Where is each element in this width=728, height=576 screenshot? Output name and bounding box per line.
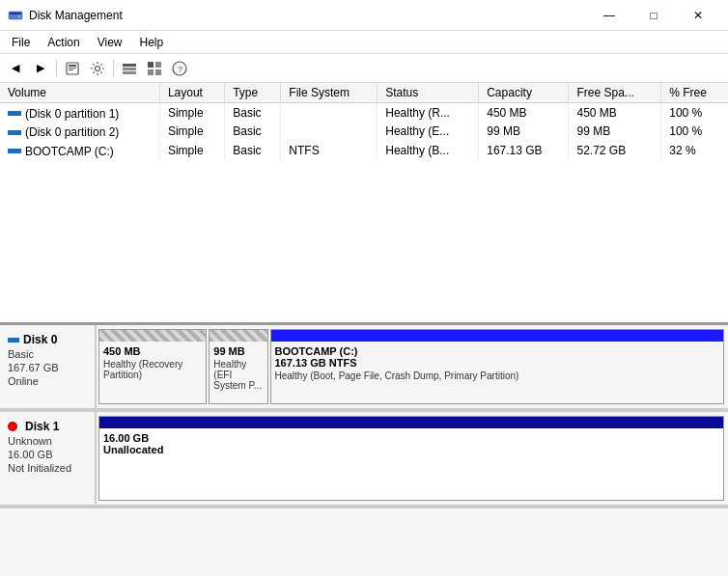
unallocated-size: 16.00 GB	[103, 432, 719, 444]
svg-rect-9	[123, 68, 136, 70]
col-layout[interactable]: Layout	[159, 83, 224, 103]
partition-bootcamp[interactable]: BOOTCAMP (C:) 167.13 GB NTFS Healthy (Bo…	[270, 329, 725, 404]
toolbar-sep-1	[56, 60, 57, 77]
toolbar-view1[interactable]	[118, 58, 141, 79]
table-row[interactable]: (Disk 0 partition 2) Simple Basic Health…	[0, 123, 728, 142]
cell-status: Healthy (R...	[378, 103, 479, 123]
volume-icon	[8, 149, 21, 153]
cell-freespace: 99 MB	[569, 123, 661, 142]
cell-fs: NTFS	[281, 141, 378, 160]
svg-point-2	[18, 14, 21, 17]
svg-rect-5	[69, 68, 76, 69]
col-freespace[interactable]: Free Spa...	[569, 83, 661, 103]
title-bar-left: Disk Management	[8, 8, 123, 23]
cell-volume: (Disk 0 partition 1)	[0, 103, 159, 123]
cell-capacity: 167.13 GB	[479, 141, 569, 160]
toolbar-forward[interactable]: ▶	[29, 58, 52, 79]
unallocated-header	[99, 417, 723, 428]
cell-status: Healthy (B...	[378, 141, 479, 160]
list-view[interactable]: Volume Layout Type File System Status Ca…	[0, 83, 728, 325]
app-icon	[8, 8, 23, 23]
col-capacity[interactable]: Capacity	[479, 83, 569, 103]
menu-file[interactable]: File	[4, 34, 38, 51]
maximize-button[interactable]: □	[631, 6, 676, 25]
disk1-circle-icon	[8, 422, 17, 431]
cell-type: Basic	[225, 123, 281, 142]
disk-0-partitions: 450 MB Healthy (Recovery Partition) 99 M…	[97, 325, 728, 408]
cell-volume: BOOTCAMP (C:)	[0, 141, 159, 160]
disk-row-0: Disk 0 Basic 167.67 GB Online 450 MB Hea…	[0, 325, 728, 412]
cell-fs	[281, 123, 378, 142]
partition-recovery[interactable]: 450 MB Healthy (Recovery Partition)	[98, 329, 207, 404]
partition-2-size: 99 MB	[213, 345, 263, 357]
cell-layout: Simple	[159, 141, 224, 160]
cell-type: Basic	[225, 103, 281, 123]
title-bar: Disk Management — □ ✕	[0, 0, 728, 31]
toolbar: ◀ ▶ ?	[0, 54, 728, 83]
disk-view[interactable]: Disk 0 Basic 167.67 GB Online 450 MB Hea…	[0, 325, 728, 576]
menu-help[interactable]: Help	[132, 34, 172, 51]
volume-icon	[8, 111, 21, 116]
cell-capacity: 99 MB	[479, 123, 569, 142]
volume-icon	[8, 130, 21, 135]
cell-pctfree: 32 %	[661, 141, 728, 160]
menu-bar: File Action View Help	[0, 31, 728, 54]
volume-table: Volume Layout Type File System Status Ca…	[0, 83, 728, 160]
cell-volume: (Disk 0 partition 2)	[0, 123, 159, 142]
cell-layout: Simple	[159, 103, 224, 123]
svg-text:?: ?	[178, 65, 182, 74]
close-button[interactable]: ✕	[676, 6, 720, 25]
disk-1-size: 16.00 GB	[8, 449, 87, 460]
col-type[interactable]: Type	[225, 83, 281, 103]
toolbar-help[interactable]: ?	[168, 58, 191, 79]
disk-0-label: Disk 0 Basic 167.67 GB Online	[0, 325, 97, 408]
minimize-button[interactable]: —	[587, 6, 631, 25]
col-status[interactable]: Status	[378, 83, 479, 103]
unallocated-label: Unallocated	[103, 444, 719, 455]
svg-rect-12	[155, 62, 161, 68]
svg-rect-14	[155, 69, 161, 75]
col-fs[interactable]: File System	[281, 83, 378, 103]
cell-pctfree: 100 %	[661, 123, 728, 142]
menu-view[interactable]: View	[90, 34, 130, 51]
partition-3-fs: 167.13 GB NTFS	[275, 357, 720, 369]
partition-2-status: Healthy (EFI System P...	[213, 359, 263, 391]
partition-unallocated[interactable]: 16.00 GB Unallocated	[98, 416, 724, 501]
table-row[interactable]: (Disk 0 partition 1) Simple Basic Health…	[0, 103, 728, 123]
toolbar-properties[interactable]	[61, 58, 84, 79]
toolbar-view2[interactable]	[143, 58, 166, 79]
table-row[interactable]: BOOTCAMP (C:) Simple Basic NTFS Healthy …	[0, 141, 728, 160]
cell-fs	[281, 103, 378, 123]
partition-3-name: BOOTCAMP (C:)	[275, 345, 720, 357]
svg-rect-4	[69, 65, 76, 67]
cell-type: Basic	[225, 141, 281, 160]
cell-capacity: 450 MB	[479, 103, 569, 123]
cell-status: Healthy (E...	[378, 123, 479, 142]
partition-efi[interactable]: 99 MB Healthy (EFI System P...	[209, 329, 267, 404]
table-header-row: Volume Layout Type File System Status Ca…	[0, 83, 728, 103]
partition-header-blue	[271, 330, 724, 342]
cell-freespace: 52.72 GB	[569, 141, 661, 160]
disk-row-1: Disk 1 Unknown 16.00 GB Not Initialized …	[0, 412, 728, 508]
menu-action[interactable]: Action	[40, 34, 87, 51]
svg-rect-10	[123, 71, 136, 74]
cell-freespace: 450 MB	[569, 103, 661, 123]
svg-rect-13	[148, 69, 154, 75]
toolbar-back[interactable]: ◀	[4, 58, 27, 79]
disk-0-size: 167.67 GB	[8, 362, 87, 373]
toolbar-settings[interactable]	[86, 58, 109, 79]
cell-layout: Simple	[159, 123, 224, 142]
disk-1-name: Disk 1	[25, 420, 59, 433]
col-pctfree[interactable]: % Free	[661, 83, 728, 103]
main-area: Volume Layout Type File System Status Ca…	[0, 83, 728, 576]
svg-rect-11	[148, 62, 154, 68]
disk-1-partitions: 16.00 GB Unallocated	[97, 412, 728, 505]
col-volume[interactable]: Volume	[0, 83, 159, 103]
svg-rect-6	[69, 69, 73, 70]
window-title: Disk Management	[29, 9, 123, 22]
svg-rect-8	[123, 64, 136, 67]
partition-1-status: Healthy (Recovery Partition)	[103, 359, 202, 380]
cell-pctfree: 100 %	[661, 103, 728, 123]
partition-header-striped	[99, 330, 206, 342]
svg-point-7	[96, 66, 100, 70]
